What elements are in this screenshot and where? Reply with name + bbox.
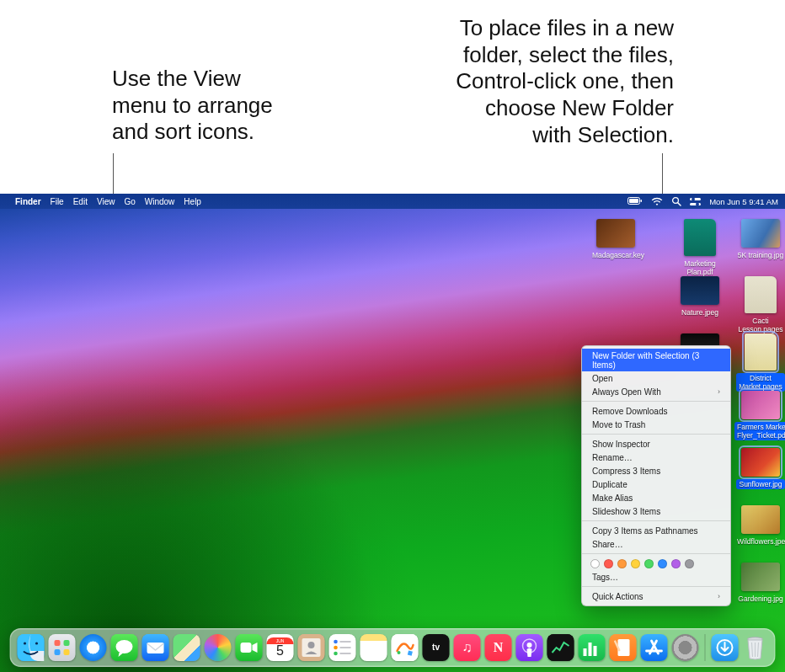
image-thumb-icon bbox=[596, 219, 635, 248]
context-menu-item[interactable]: Remove Downloads bbox=[582, 404, 730, 418]
news-icon[interactable]: N bbox=[485, 634, 512, 661]
desktop-file-label: 5K training.jpg bbox=[735, 250, 785, 260]
tag-color-dot[interactable] bbox=[644, 559, 654, 568]
context-menu-item[interactable]: Rename… bbox=[582, 451, 730, 464]
context-menu-item[interactable]: Slideshow 3 Items bbox=[582, 504, 730, 518]
context-menu-item[interactable]: Move to Trash bbox=[582, 418, 730, 431]
context-menu-item[interactable]: Quick Actions› bbox=[582, 589, 730, 603]
desktop-file-label: Sunflower.jpg bbox=[736, 479, 784, 489]
control-center-icon[interactable] bbox=[690, 197, 701, 206]
settings-icon[interactable] bbox=[672, 634, 699, 661]
context-menu-item[interactable]: Show Inspector bbox=[582, 437, 730, 451]
context-menu-item-label: Slideshow 3 Items bbox=[592, 507, 660, 516]
menu-help[interactable]: Help bbox=[184, 197, 201, 206]
tag-color-dot[interactable] bbox=[671, 559, 681, 568]
svg-point-8 bbox=[696, 202, 699, 205]
context-menu-item[interactable]: Duplicate bbox=[582, 477, 730, 491]
tag-color-dot[interactable] bbox=[658, 559, 667, 568]
image-thumb-icon bbox=[741, 563, 780, 591]
svg-point-11 bbox=[35, 642, 38, 644]
context-menu-item-label: Tags… bbox=[592, 573, 618, 582]
desktop-file-marketing[interactable]: Marketing Plan.pdf bbox=[674, 219, 726, 277]
svg-rect-14 bbox=[55, 649, 61, 655]
podcasts-icon[interactable] bbox=[516, 634, 543, 661]
context-menu-item[interactable]: Open bbox=[582, 371, 730, 385]
desktop-file-madagascar[interactable]: Madagascar.key bbox=[590, 219, 642, 260]
wifi-icon[interactable] bbox=[651, 197, 663, 206]
context-menu-item[interactable]: Share… bbox=[582, 537, 730, 551]
battery-icon[interactable] bbox=[627, 197, 643, 205]
svg-point-27 bbox=[334, 652, 338, 656]
menu-bar: Finder File Edit View Go Window Help Mon… bbox=[0, 194, 785, 209]
svg-point-3 bbox=[673, 198, 679, 204]
facetime-icon[interactable] bbox=[236, 634, 263, 661]
spotlight-icon[interactable] bbox=[671, 196, 681, 206]
downloads-folder-icon[interactable] bbox=[712, 634, 739, 661]
context-menu-item-label: Share… bbox=[592, 540, 623, 549]
svg-rect-21 bbox=[241, 643, 252, 653]
launchpad-icon[interactable] bbox=[49, 634, 76, 661]
desktop-file-label: Marketing Plan.pdf bbox=[674, 259, 726, 277]
finder-icon[interactable] bbox=[18, 634, 45, 661]
context-menu-item[interactable]: Copy 3 Items as Pathnames bbox=[582, 524, 730, 537]
desktop-file-gardening[interactable]: Gardening.jpg bbox=[734, 563, 785, 604]
notes-icon[interactable] bbox=[360, 634, 387, 661]
tag-color-row bbox=[582, 557, 730, 570]
messages-icon[interactable] bbox=[111, 634, 138, 661]
svg-point-32 bbox=[398, 651, 401, 654]
context-menu-item[interactable]: New Folder with Selection (3 Items) bbox=[582, 349, 730, 371]
menu-separator bbox=[582, 586, 730, 587]
svg-rect-19 bbox=[147, 643, 164, 653]
svg-point-24 bbox=[308, 642, 315, 648]
music-icon[interactable]: ♫ bbox=[454, 634, 481, 661]
svg-point-26 bbox=[334, 646, 338, 650]
desktop-file-district[interactable]: District Market.pages bbox=[734, 333, 785, 392]
desktop-file-label: District Market.pages bbox=[736, 373, 785, 392]
tag-color-dot[interactable] bbox=[685, 559, 694, 568]
document-icon bbox=[745, 276, 777, 313]
menu-file[interactable]: File bbox=[51, 197, 64, 206]
freeform-icon[interactable] bbox=[392, 634, 419, 661]
appstore-icon[interactable] bbox=[641, 634, 668, 661]
desktop-file-5ktraining[interactable]: 5K training.jpg bbox=[734, 219, 785, 260]
menu-clock[interactable]: Mon Jun 5 9:41 AM bbox=[709, 197, 778, 206]
context-menu-item-label: Make Alias bbox=[592, 493, 633, 503]
photos-icon[interactable] bbox=[205, 634, 232, 661]
desktop-file-farmers[interactable]: Farmers Market Flyer_Ticket.pdf bbox=[734, 391, 785, 440]
desktop-file-sunflower[interactable]: Sunflower.jpg bbox=[734, 448, 785, 489]
menu-view[interactable]: View bbox=[97, 197, 115, 206]
context-menu-item[interactable]: Always Open With› bbox=[582, 385, 730, 398]
safari-icon[interactable] bbox=[80, 634, 107, 661]
tag-color-dot[interactable] bbox=[590, 559, 600, 568]
macos-desktop: Finder File Edit View Go Window Help Mon… bbox=[0, 194, 785, 672]
contacts-icon[interactable] bbox=[298, 634, 325, 661]
tag-color-dot[interactable] bbox=[617, 559, 627, 568]
mail-icon[interactable] bbox=[142, 634, 169, 661]
menu-go[interactable]: Go bbox=[124, 197, 135, 206]
reminders-icon[interactable] bbox=[329, 634, 356, 661]
calendar-icon[interactable]: JUN5 bbox=[267, 634, 294, 661]
trash-icon[interactable] bbox=[743, 634, 768, 661]
context-menu-item[interactable]: Compress 3 Items bbox=[582, 464, 730, 477]
menu-edit[interactable]: Edit bbox=[73, 197, 88, 206]
context-menu-item[interactable]: Tags… bbox=[582, 570, 730, 584]
numbers-icon[interactable] bbox=[579, 634, 606, 661]
desktop-file-cacti[interactable]: Cacti Lesson.pages bbox=[734, 276, 785, 334]
pages-icon[interactable] bbox=[610, 634, 637, 661]
menu-app-name[interactable]: Finder bbox=[15, 197, 41, 206]
desktop-file-label: Cacti Lesson.pages bbox=[736, 316, 785, 334]
svg-rect-42 bbox=[618, 639, 630, 656]
svg-line-4 bbox=[678, 203, 681, 205]
context-menu-item[interactable]: Make Alias bbox=[582, 491, 730, 504]
desktop-file-nature[interactable]: Nature.jpeg bbox=[674, 276, 726, 317]
stocks-icon[interactable] bbox=[547, 634, 574, 661]
menu-window[interactable]: Window bbox=[145, 197, 175, 206]
document-icon bbox=[745, 333, 777, 371]
svg-point-17 bbox=[116, 640, 133, 653]
desktop-file-wildflowers[interactable]: Wildflowers.jpeg bbox=[734, 505, 785, 547]
tv-icon[interactable]: tv bbox=[423, 634, 450, 661]
tag-color-dot[interactable] bbox=[631, 559, 640, 568]
maps-icon[interactable] bbox=[174, 634, 200, 661]
image-thumb-icon bbox=[681, 276, 719, 305]
tag-color-dot[interactable] bbox=[604, 559, 613, 568]
